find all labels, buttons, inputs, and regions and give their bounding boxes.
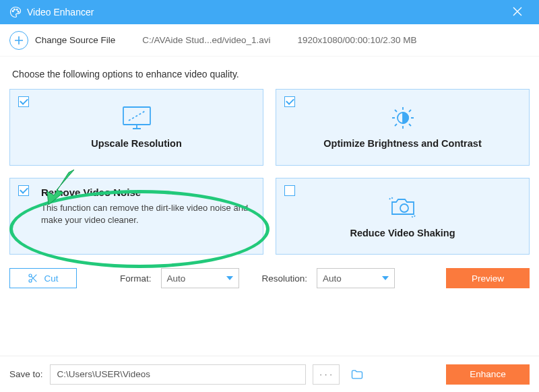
option-upscale-resolution[interactable]: Upscale Resolution [9, 89, 263, 166]
open-folder-button[interactable] [346, 364, 368, 385]
palette-icon [9, 6, 22, 18]
option-reduce-shaking[interactable]: Reduce Video Shaking [276, 178, 530, 255]
option-optimize-label: Optimize Brightness and Contrast [323, 138, 481, 149]
toolbar: Change Source File C:/AVAide Stud...ed/v… [0, 24, 539, 57]
save-path-input[interactable]: C:\Users\USER\Videos [50, 364, 306, 385]
checkbox-shake[interactable] [284, 185, 295, 196]
plus-icon [14, 36, 24, 45]
source-path: C:/AVAide Stud...ed/video_1.avi [142, 35, 270, 45]
format-label: Format: [120, 273, 152, 284]
option-optimize-brightness[interactable]: Optimize Brightness and Contrast [276, 89, 530, 166]
close-icon [513, 7, 522, 16]
cut-button[interactable]: Cut [9, 268, 77, 288]
monitor-icon [121, 104, 153, 131]
option-denoise-desc: This function can remove the dirt-like v… [41, 202, 251, 226]
svg-point-1 [14, 9, 15, 10]
preview-button[interactable]: Preview [446, 268, 530, 288]
enhance-options: Upscale Resolution Optimize Brightness a… [0, 89, 539, 255]
close-button[interactable] [505, 5, 530, 20]
checkbox-denoise[interactable] [18, 185, 29, 196]
resolution-select[interactable]: Auto [317, 268, 395, 288]
format-select[interactable]: Auto [161, 268, 239, 288]
svg-point-7 [29, 274, 32, 277]
option-upscale-label: Upscale Resolution [91, 138, 182, 149]
svg-point-6 [400, 204, 408, 212]
titlebar: Video Enhancer [0, 0, 539, 24]
save-path-value: C:\Users\USER\Videos [57, 369, 151, 379]
scissors-icon [28, 273, 38, 284]
window-title: Video Enhancer [27, 7, 505, 18]
checkbox-upscale[interactable] [18, 96, 29, 107]
camera-shake-icon [385, 193, 420, 221]
resolution-value: Auto [323, 273, 382, 284]
source-info: 1920x1080/00:00:10/2.30 MB [297, 35, 416, 45]
format-value: Auto [167, 273, 226, 284]
enhance-label: Enhance [470, 369, 505, 379]
footer-controls: Cut Format: Auto Resolution: Auto Previe… [0, 255, 539, 288]
folder-icon [350, 368, 364, 381]
option-denoise-label: Remove Video Noise [41, 187, 141, 198]
svg-point-2 [16, 9, 18, 10]
resolution-label: Resolution: [262, 273, 308, 284]
preview-label: Preview [472, 273, 504, 284]
save-to-label: Save to: [9, 369, 43, 379]
cut-label: Cut [44, 273, 58, 284]
svg-point-0 [12, 11, 13, 12]
brightness-icon [387, 104, 419, 131]
instruction-text: Choose the following options to enhance … [0, 57, 539, 89]
change-source-label: Change Source File [35, 35, 115, 45]
change-source-button[interactable] [9, 31, 28, 50]
option-remove-noise[interactable]: Remove Video Noise This function can rem… [9, 178, 263, 255]
chevron-down-icon [226, 275, 233, 282]
svg-point-3 [18, 11, 19, 12]
dots-icon: · · · [319, 369, 332, 379]
option-shake-label: Reduce Video Shaking [350, 228, 455, 238]
svg-point-8 [29, 280, 32, 282]
enhance-button[interactable]: Enhance [446, 364, 530, 385]
footer-save: Save to: C:\Users\USER\Videos · · · Enha… [0, 356, 539, 392]
chevron-down-icon [382, 275, 389, 282]
checkbox-optimize[interactable] [284, 96, 295, 107]
browse-button[interactable]: · · · [313, 364, 340, 385]
